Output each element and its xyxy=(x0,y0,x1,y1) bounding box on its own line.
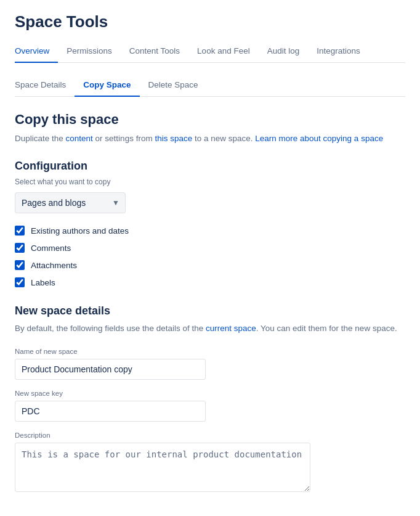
sub-nav-delete-space[interactable]: Delete Space xyxy=(140,74,207,97)
current-space-link[interactable]: current space xyxy=(206,324,256,333)
copy-type-dropdown[interactable]: Pages and blogs Space settings Both xyxy=(15,192,126,213)
key-field-group: New space key xyxy=(15,390,405,422)
nav-item-audit-log[interactable]: Audit log xyxy=(259,40,309,63)
description-field-label: Description xyxy=(15,432,405,439)
checkbox-labels-input[interactable] xyxy=(15,277,25,287)
nav-item-look-and-feel[interactable]: Look and Feel xyxy=(188,40,259,63)
new-space-title: New space details xyxy=(15,305,405,317)
desc-text-2: or settings from xyxy=(93,134,155,143)
new-space-desc-text-1: By default, the following fields use the… xyxy=(15,324,206,333)
configuration-subtitle: Select what you want to copy xyxy=(15,178,405,186)
copy-section-title: Copy this space xyxy=(15,112,405,128)
checkbox-comments-input[interactable] xyxy=(15,243,25,253)
configuration-section: Configuration Select what you want to co… xyxy=(15,160,405,287)
checkbox-existing-authors-input[interactable] xyxy=(15,226,25,235)
checkbox-labels-label: Labels xyxy=(31,278,55,287)
checkbox-attachments-input[interactable] xyxy=(15,260,25,270)
key-field-label: New space key xyxy=(15,390,405,397)
new-space-desc-text-2: . You can edit them for the new space. xyxy=(256,324,397,333)
content-link[interactable]: content xyxy=(66,134,93,143)
configuration-title: Configuration xyxy=(15,160,405,173)
key-field-input[interactable] xyxy=(15,401,206,422)
top-nav: Overview Permissions Content Tools Look … xyxy=(15,40,405,63)
name-field-input[interactable] xyxy=(15,359,206,380)
nav-item-permissions[interactable]: Permissions xyxy=(58,40,121,63)
copy-section-description: Duplicate the content or settings from t… xyxy=(15,133,405,145)
description-field-group: Description This is a space for our inte… xyxy=(15,432,405,494)
page-title: Space Tools xyxy=(15,12,405,31)
new-space-section: New space details By default, the follow… xyxy=(15,305,405,493)
checkbox-list: Existing authors and dates Comments Atta… xyxy=(15,226,405,287)
checkbox-comments[interactable]: Comments xyxy=(15,243,405,253)
nav-item-overview[interactable]: Overview xyxy=(15,40,58,63)
checkbox-existing-authors[interactable]: Existing authors and dates xyxy=(15,226,405,235)
nav-item-integrations[interactable]: Integrations xyxy=(308,40,369,63)
this-space-link[interactable]: this space xyxy=(155,134,192,143)
name-field-label: Name of new space xyxy=(15,348,405,355)
sub-nav-space-details[interactable]: Space Details xyxy=(15,74,75,97)
sub-nav: Space Details Copy Space Delete Space xyxy=(15,74,405,97)
new-space-description: By default, the following fields use the… xyxy=(15,322,405,335)
desc-text-1: Duplicate the xyxy=(15,134,66,143)
nav-item-content-tools[interactable]: Content Tools xyxy=(121,40,188,63)
checkbox-existing-authors-label: Existing authors and dates xyxy=(31,226,129,235)
copy-section: Copy this space Duplicate the content or… xyxy=(15,112,405,516)
checkbox-comments-label: Comments xyxy=(31,244,71,253)
checkbox-attachments-label: Attachments xyxy=(31,261,77,270)
sub-nav-copy-space[interactable]: Copy Space xyxy=(75,74,139,97)
name-field-group: Name of new space xyxy=(15,348,405,380)
learn-more-link[interactable]: Learn more about copying a space xyxy=(255,134,383,143)
checkbox-labels[interactable]: Labels xyxy=(15,277,405,287)
checkbox-attachments[interactable]: Attachments xyxy=(15,260,405,270)
description-field-textarea[interactable]: This is a space for our internal product… xyxy=(15,443,310,492)
dropdown-wrapper: Pages and blogs Space settings Both ▼ xyxy=(15,192,126,213)
desc-text-3: to a new space. xyxy=(192,134,255,143)
